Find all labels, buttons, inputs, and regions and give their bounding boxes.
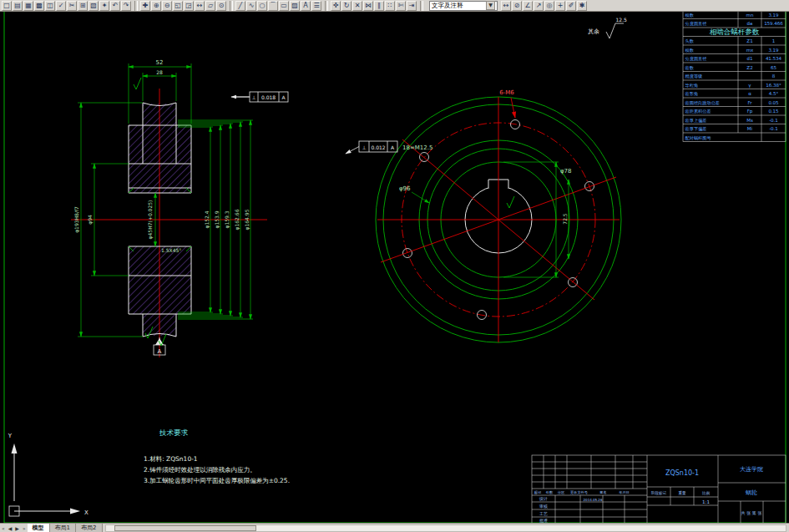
id-point-icon[interactable]: ⊙ bbox=[216, 1, 226, 11]
distance-icon[interactable]: ↔ bbox=[195, 1, 205, 11]
polyline-icon[interactable]: ∿ bbox=[246, 1, 256, 11]
date: 2014.05.26 bbox=[584, 498, 603, 502]
spell-icon[interactable]: ✓ bbox=[56, 1, 66, 11]
open-icon[interactable]: ▤ bbox=[13, 1, 23, 11]
dim-style-icon[interactable]: ✱ bbox=[577, 1, 587, 11]
plot-preview-icon[interactable]: ◫ bbox=[45, 1, 55, 11]
rim-note: 18=M12.5 bbox=[402, 144, 432, 151]
tab-layout1[interactable]: 布局1 bbox=[50, 524, 76, 532]
tab-nav-prev[interactable]: ◀ bbox=[7, 525, 14, 531]
dim-bore: φ45H7(+0.025) bbox=[147, 200, 154, 240]
line-icon[interactable]: ╱ bbox=[235, 1, 245, 11]
role-label: 审核 bbox=[539, 504, 548, 509]
zoom-realtime-icon[interactable]: ⊕ bbox=[151, 1, 161, 11]
revision-header: 分区 bbox=[558, 490, 565, 494]
canvas-background bbox=[0, 0, 789, 532]
param-row-symbol: Fp bbox=[747, 109, 753, 114]
tab-nav-next[interactable]: ▶ bbox=[13, 525, 21, 531]
param-row-label: 分度圆直径 bbox=[685, 56, 708, 62]
stack-dim-text: φ159.3 bbox=[224, 210, 230, 228]
dim-radius-icon[interactable]: ⊘ bbox=[512, 1, 522, 11]
copy-icon[interactable]: ⊞ bbox=[78, 1, 88, 11]
horizontal-scrollbar[interactable] bbox=[105, 524, 786, 532]
drawing-canvas[interactable]: 52 28 φ193H8/f7 φ94 φ45H7(+0.025) 1.5X45… bbox=[0, 0, 789, 532]
paste-icon[interactable]: ▧ bbox=[89, 1, 99, 11]
param-row-label: 头数 bbox=[685, 38, 695, 43]
scrollbar-thumb[interactable] bbox=[114, 525, 256, 531]
param-row-value: -0.1 bbox=[769, 126, 778, 131]
stack-dim-text: φ153.9 bbox=[214, 210, 220, 228]
chevron-down-icon[interactable]: ▼ bbox=[486, 1, 495, 10]
save-icon[interactable]: ▦ bbox=[23, 1, 33, 11]
stack-dim-text: φ164.95 bbox=[244, 209, 250, 230]
weight-label: 重量 bbox=[679, 490, 687, 495]
param-row-symbol: d1 bbox=[747, 56, 753, 61]
mirror-icon[interactable]: ⋈ bbox=[363, 1, 373, 11]
move-icon[interactable]: ✜ bbox=[331, 1, 341, 11]
area-icon[interactable]: ▱ bbox=[205, 1, 215, 11]
datum-label: A bbox=[158, 348, 162, 355]
param-row-symbol: da bbox=[747, 21, 753, 26]
rotate-icon[interactable]: ↻ bbox=[341, 1, 352, 11]
tab-list: 模型布局1布局2 bbox=[28, 524, 103, 532]
param-row-value: 0.05 bbox=[768, 100, 779, 105]
stack-dim-text: φ162.66 bbox=[234, 209, 240, 230]
tab-nav-first[interactable]: « bbox=[0, 525, 7, 531]
erase-icon[interactable]: ✕ bbox=[352, 1, 362, 11]
param-row-value: 0.15 bbox=[768, 109, 779, 114]
pan-icon[interactable]: ✚ bbox=[140, 1, 150, 11]
trim-icon[interactable]: ✄ bbox=[396, 1, 406, 11]
param-row-label: 模数 bbox=[685, 48, 695, 53]
param-row-symbol: Ms bbox=[746, 118, 753, 123]
param-row-label: 齿距累积公差 bbox=[685, 109, 711, 114]
revision-header: 处数 bbox=[546, 490, 554, 494]
cad-application-window: { "toolbar": { "style_combo": "文字及注释", "… bbox=[0, 0, 789, 532]
param-row-label: 模数 bbox=[685, 13, 695, 18]
fcf-right-symbol: ⊥ bbox=[362, 144, 366, 150]
dim-edit-icon[interactable]: ✐ bbox=[566, 1, 576, 11]
param-row-label: 配对蜗杆图号 bbox=[685, 135, 711, 141]
array-icon[interactable]: ∷ bbox=[385, 1, 395, 11]
toolbar-icon-group: □▤▦▩◫✓✂⊞▧✦↶↷✚⊕⊖◱◲↔▱⊙╱∿○⌒▭▨A☰✜↻✕⋈∥∷✄⇥ bbox=[2, 1, 417, 11]
dim-keyway: 72.5 bbox=[562, 213, 568, 225]
plot-icon[interactable]: ▩ bbox=[34, 1, 44, 11]
text-icon[interactable]: A bbox=[301, 1, 311, 11]
tolerance-icon[interactable]: ◎ bbox=[544, 1, 554, 11]
new-icon[interactable]: □ bbox=[2, 1, 12, 11]
arc-icon[interactable]: ⌒ bbox=[268, 1, 278, 11]
extend-icon[interactable]: ⇥ bbox=[407, 1, 417, 11]
hatch-icon[interactable]: ▨ bbox=[290, 1, 300, 11]
center-mark-icon[interactable]: + bbox=[555, 1, 565, 11]
fcf-right-tolerance: 0.012 bbox=[371, 144, 385, 150]
rectangle-icon[interactable]: ▭ bbox=[279, 1, 289, 11]
toolbar-separator bbox=[420, 1, 423, 11]
tab-model[interactable]: 模型 bbox=[28, 524, 50, 532]
cut-icon[interactable]: ✂ bbox=[67, 1, 77, 11]
text-style-combo[interactable]: 文字及注释 ▼ bbox=[429, 1, 498, 11]
tab-layout2[interactable]: 布局2 bbox=[76, 524, 102, 532]
offset-icon[interactable]: ∥ bbox=[374, 1, 384, 11]
match-properties-icon[interactable]: ✦ bbox=[99, 1, 109, 11]
param-row-label: 齿厚上偏差 bbox=[685, 118, 707, 124]
zoom-out-icon[interactable]: ⊖ bbox=[162, 1, 172, 11]
sheet-note: 共 张 第 张 bbox=[741, 510, 762, 516]
zoom-previous-icon[interactable]: ◲ bbox=[184, 1, 194, 11]
part-code: ZQSn10-1 bbox=[665, 469, 699, 477]
surface-note-label: 其余 bbox=[588, 28, 599, 35]
param-row-value: -0.1 bbox=[769, 118, 778, 123]
redo-icon[interactable]: ↷ bbox=[121, 1, 131, 11]
table-icon[interactable]: ☰ bbox=[311, 1, 321, 11]
param-row-value: 16.38° bbox=[766, 83, 781, 88]
tech-req-item: 2.铸件须经时效处理以消除残余内应力。 bbox=[144, 466, 256, 474]
undo-icon[interactable]: ↶ bbox=[110, 1, 120, 11]
tab-nav-last[interactable]: » bbox=[21, 525, 28, 531]
zoom-window-icon[interactable]: ◱ bbox=[173, 1, 183, 11]
revision-header: 签名 bbox=[599, 490, 606, 494]
tech-req-title: 技术要求 bbox=[159, 428, 189, 437]
dim-angular-icon[interactable]: ∠ bbox=[523, 1, 533, 11]
circle-icon[interactable]: ○ bbox=[257, 1, 267, 11]
param-row-symbol: Z2 bbox=[746, 65, 752, 70]
dim-linear-icon[interactable]: ↔ bbox=[501, 1, 511, 11]
fcf-left-symbol: ⊥ bbox=[251, 94, 255, 100]
leader-icon[interactable]: ↗ bbox=[534, 1, 544, 11]
